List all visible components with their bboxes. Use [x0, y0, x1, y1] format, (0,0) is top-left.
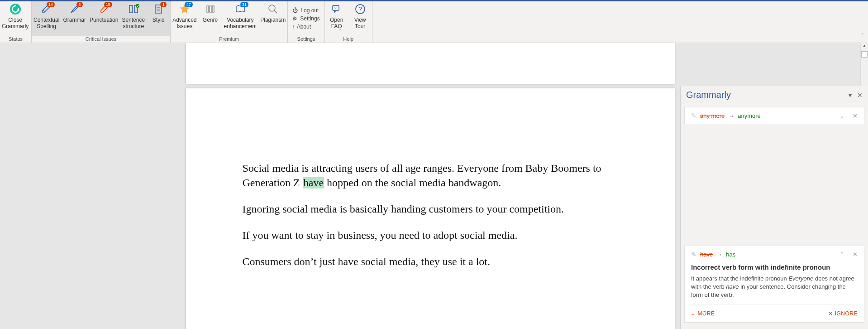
badge: 3 — [76, 2, 83, 7]
lbl: Open — [330, 17, 343, 23]
lbl-empty — [157, 23, 159, 29]
svg-rect-8 — [207, 6, 209, 12]
collapse-ribbon-button[interactable]: ˆ — [862, 33, 863, 39]
close-grammarly-button[interactable]: Close Grammarly — [0, 1, 30, 36]
magnifier-icon — [267, 3, 279, 15]
grammar-button[interactable]: 3 Grammar — [61, 1, 88, 36]
panel-title: Grammarly — [686, 90, 843, 100]
expand-card-button[interactable]: ⌄ — [839, 112, 844, 119]
power-icon: ⏻ — [292, 7, 298, 14]
view-tour-button[interactable]: ? View Tour — [348, 1, 372, 36]
arrow-icon: → — [728, 112, 734, 119]
lbl: Tour — [355, 23, 365, 29]
paragraph: Consumers don’t just have social media, … — [243, 254, 618, 269]
ribbon: Close Grammarly Status 14 Contextual Spe… — [0, 0, 868, 43]
lbl: About — [297, 24, 311, 30]
text: hopped on the social media bandwagon. — [324, 177, 501, 189]
chevron-down-icon: ⌄ — [691, 310, 696, 317]
lbl: enhancement — [224, 23, 257, 29]
grammarly-logo-icon — [9, 3, 22, 15]
dismiss-card-button[interactable]: ✕ — [853, 251, 858, 258]
ribbon-group-premium: 47 Advanced Issues Genre 31 Vocabulary e… — [171, 1, 288, 43]
svg-rect-10 — [212, 6, 214, 12]
pencil-icon: 14 — [40, 3, 53, 15]
ribbon-group-status: Close Grammarly Status — [0, 1, 32, 43]
sliders-icon: ⚙ — [292, 15, 297, 22]
quill-icon: 3 — [68, 3, 81, 15]
lbl: Advanced — [172, 17, 196, 23]
document-page[interactable]: Social media is attracting users of all … — [186, 88, 675, 329]
style-button[interactable]: 1 Style — [147, 1, 170, 36]
lbl: Spelling — [37, 23, 56, 29]
svg-point-0 — [10, 4, 21, 15]
lbl: Grammar — [63, 17, 86, 23]
suggestion-to[interactable]: anymore — [738, 112, 761, 119]
suggestion-from: any more — [700, 112, 725, 119]
lbl: Issues — [177, 23, 193, 29]
plagiarism-button[interactable]: Plagiarism — [258, 1, 287, 36]
about-button[interactable]: i About — [292, 24, 320, 30]
genre-button[interactable]: Genre — [199, 1, 222, 36]
logout-button[interactable]: ⏻ Log out — [292, 7, 320, 14]
group-label-help: Help — [325, 36, 372, 43]
lbl-empty — [74, 23, 75, 29]
lbl: Punctuation — [90, 17, 118, 23]
suggestion-to[interactable]: has — [726, 251, 735, 258]
svg-text:?: ? — [334, 6, 337, 10]
structure-icon — [127, 3, 140, 15]
star-icon: 47 — [178, 3, 191, 15]
scroll-up-icon[interactable]: ▲ — [861, 43, 868, 50]
group-label-critical: Critical Issues — [32, 36, 170, 43]
badge: 31 — [240, 2, 248, 7]
paragraph: If you want to stay in business, you nee… — [243, 228, 618, 242]
suggestion-description: It appears that the indefinite pronoun E… — [691, 275, 858, 299]
settings-button[interactable]: ⚙ Settings — [292, 15, 320, 22]
panel-header: Grammarly ▾ ✕ — [681, 86, 868, 104]
ignore-button[interactable]: ✕ IGNORE — [828, 310, 858, 317]
lbl: structure — [123, 23, 144, 29]
text: It appears that the indefinite pronoun — [691, 275, 788, 282]
badge: 15 — [104, 2, 112, 7]
lbl: Settings — [300, 15, 320, 22]
vocabulary-button[interactable]: 31 Vocabulary enhancement — [222, 1, 259, 36]
edit-icon: ✎ — [691, 251, 696, 258]
pen-icon: 15 — [98, 3, 110, 15]
advanced-issues-button[interactable]: 47 Advanced Issues — [171, 1, 198, 36]
punctuation-button[interactable]: 15 Punctuation — [88, 1, 120, 36]
ribbon-group-settings: ⏻ Log out ⚙ Settings i About Settings — [288, 1, 324, 43]
badge: 14 — [47, 2, 55, 7]
panel-close-button[interactable]: ✕ — [857, 92, 863, 99]
lbl-empty — [272, 23, 274, 29]
dismiss-card-button[interactable]: ✕ — [853, 112, 858, 119]
paragraph: Social media is attracting users of all … — [243, 161, 618, 190]
svg-line-12 — [274, 10, 277, 13]
badge: 47 — [185, 2, 193, 7]
document-text: Social media is attracting users of all … — [243, 161, 618, 269]
lbl: View — [354, 17, 366, 23]
lbl: Log out — [300, 7, 319, 14]
badge: 1 — [160, 2, 167, 7]
suggestion-card-collapsed[interactable]: ✎ any more → anymore ⌄ ✕ — [684, 107, 864, 124]
lbl: FAQ — [331, 23, 342, 29]
paragraph: Ignoring social media is basically handi… — [243, 202, 618, 216]
sentence-structure-button[interactable]: Sentence structure — [120, 1, 147, 36]
panel-menu-button[interactable]: ▾ — [849, 92, 852, 99]
lbl: Vocabulary — [227, 17, 253, 23]
faq-icon: ? — [330, 3, 343, 15]
lbl: Contextual — [33, 17, 59, 23]
document-icon: 1 — [152, 3, 165, 15]
lbl-empty — [210, 23, 211, 29]
close-label-2: Grammarly — [2, 23, 29, 29]
lbl: Style — [153, 17, 165, 23]
panel-spacer — [681, 128, 868, 246]
svg-point-11 — [269, 5, 275, 11]
svg-rect-9 — [210, 6, 211, 12]
open-faq-button[interactable]: ? Open FAQ — [325, 1, 348, 36]
contextual-spelling-button[interactable]: 14 Contextual Spelling — [32, 1, 61, 36]
edit-icon: ✎ — [691, 112, 696, 119]
books-icon — [204, 3, 217, 15]
collapse-card-button[interactable]: ⌃ — [839, 251, 844, 258]
close-icon: ✕ — [828, 310, 833, 317]
highlighted-word[interactable]: have — [303, 177, 324, 189]
more-button[interactable]: ⌄ MORE — [691, 310, 715, 317]
